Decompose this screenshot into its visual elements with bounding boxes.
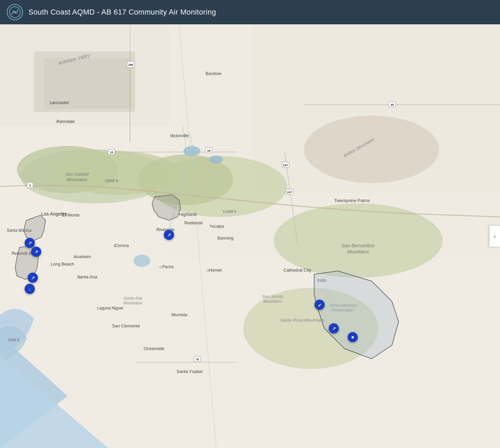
svg-text:Mountains: Mountains <box>347 249 369 254</box>
svg-text:Santa Ana: Santa Ana <box>123 296 142 301</box>
svg-text:Long Beach: Long Beach <box>51 262 74 267</box>
svg-text:Santa Ysabel: Santa Ysabel <box>176 369 202 374</box>
svg-text:Lancaster: Lancaster <box>50 100 69 105</box>
app-header: South Coast AQMD - AB 617 Community Air … <box>0 0 500 24</box>
svg-text:Santa Rosa Mountains: Santa Rosa Mountains <box>280 318 325 323</box>
svg-text:Corona: Corona <box>115 243 129 248</box>
svg-text:San Jacinto: San Jacinto <box>262 294 283 299</box>
svg-text:San Gabriel: San Gabriel <box>66 172 89 177</box>
svg-text:Laguna Niguel: Laguna Niguel <box>97 306 123 310</box>
svg-point-1 <box>14 11 16 13</box>
svg-text:18: 18 <box>207 149 210 152</box>
marker-icon: ↗ <box>167 232 171 238</box>
svg-text:2: 2 <box>29 184 31 187</box>
chevron-right-icon: › <box>494 233 496 240</box>
svg-text:11489 ft: 11489 ft <box>223 209 236 214</box>
svg-text:40: 40 <box>391 103 394 106</box>
svg-text:Cathedral City: Cathedral City <box>283 268 311 273</box>
svg-point-23 <box>183 146 200 156</box>
svg-text:San Clemente: San Clemente <box>112 323 140 328</box>
svg-text:Redlands: Redlands <box>184 220 203 225</box>
map-container[interactable]: 395 40 18 18 247 247 2 76 Lancaster Palm… <box>0 24 500 448</box>
marker-icon: ↗ <box>31 275 35 280</box>
svg-text:Perris: Perris <box>162 264 174 269</box>
svg-text:Twentynine Palms: Twentynine Palms <box>334 198 370 203</box>
svg-text:Mountains: Mountains <box>263 299 282 304</box>
svg-point-11 <box>304 116 439 183</box>
svg-text:Santa Ana: Santa Ana <box>77 274 98 279</box>
svg-text:Mountains: Mountains <box>123 301 142 305</box>
svg-text:10066 ft: 10066 ft <box>105 179 118 183</box>
marker-la-2[interactable]: ↗ <box>31 247 41 257</box>
svg-text:Anaheim: Anaheim <box>74 254 91 259</box>
marker-icon: ↗ <box>34 249 38 254</box>
marker-indio-1[interactable]: ↙ <box>315 300 325 310</box>
svg-text:Hemet: Hemet <box>209 268 222 273</box>
marker-la-1[interactable]: ↗ <box>25 238 35 248</box>
svg-text:Murrieta: Murrieta <box>171 312 188 317</box>
page-title: South Coast AQMD - AB 617 Community Air … <box>28 8 216 17</box>
svg-text:Oceanside: Oceanside <box>144 346 165 351</box>
svg-text:Highland: Highland <box>179 212 196 217</box>
marker-redondo[interactable]: ↗ <box>28 273 38 283</box>
svg-text:Yucaipa: Yucaipa <box>209 224 224 229</box>
map-background: 395 40 18 18 247 247 2 76 Lancaster Palm… <box>0 24 500 448</box>
marker-icon: ↙ <box>318 302 322 307</box>
svg-point-25 <box>133 255 150 267</box>
marker-coachella[interactable]: ● <box>348 332 358 342</box>
svg-point-12 <box>274 203 443 278</box>
svg-text:Mountains: Mountains <box>67 177 87 182</box>
marker-longbeach[interactable]: ↓ <box>25 284 35 294</box>
marker-icon: ● <box>351 334 354 340</box>
marker-icon: ↗ <box>332 326 336 331</box>
marker-icon: ↓ <box>29 287 31 292</box>
marker-icon: ↗ <box>28 241 32 246</box>
svg-text:Los Angeles: Los Angeles <box>41 211 67 217</box>
svg-text:Barstow: Barstow <box>206 71 222 76</box>
svg-text:2068 ft: 2068 ft <box>8 338 19 342</box>
svg-text:San Bernardino: San Bernardino <box>342 243 375 248</box>
svg-text:247: 247 <box>283 164 288 167</box>
svg-text:Banning: Banning <box>217 235 233 241</box>
sidebar-toggle-button[interactable]: › <box>489 225 500 247</box>
svg-point-24 <box>209 155 223 164</box>
marker-highland[interactable]: ↗ <box>164 230 174 240</box>
marker-indio-2[interactable]: ↗ <box>329 323 339 333</box>
app-logo <box>7 4 23 20</box>
svg-text:395: 395 <box>128 63 133 67</box>
svg-text:76: 76 <box>196 358 199 361</box>
svg-text:18: 18 <box>110 151 113 154</box>
svg-text:247: 247 <box>287 191 292 194</box>
